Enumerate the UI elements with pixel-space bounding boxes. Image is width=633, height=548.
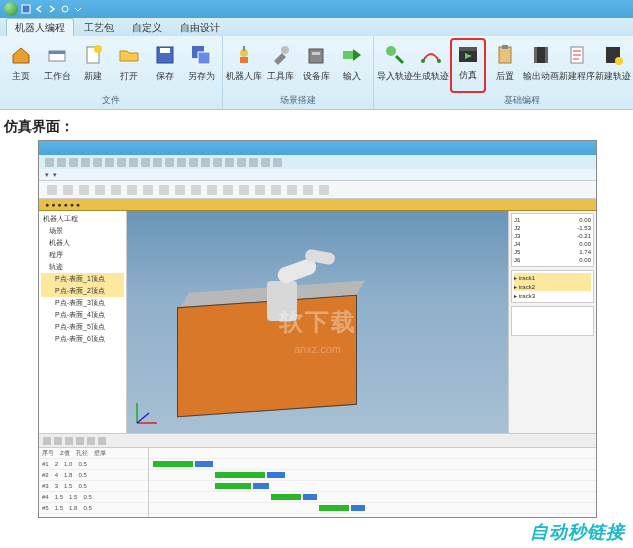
track-panel: ▸ track1 ▸ track2 ▸ track3	[511, 270, 594, 303]
clapperboard-icon	[454, 40, 482, 68]
svg-point-19	[437, 59, 441, 63]
ss-context-bar: ● ● ● ● ● ●	[39, 199, 596, 211]
generate-track-button[interactable]: 生成轨迹	[414, 38, 448, 93]
new-icon	[79, 41, 107, 69]
watermark-domain: anxz.com	[294, 343, 341, 355]
joint-panel: J10.00 J2-1.53 J3-0.21 J40.00 J51.74 J60…	[511, 213, 594, 267]
tree-node[interactable]: 轨迹	[41, 261, 124, 273]
play-icon[interactable]	[43, 437, 51, 445]
section-heading: 仿真界面：	[0, 110, 633, 140]
qat-save-icon[interactable]	[20, 4, 31, 15]
tab-robot-programming[interactable]: 机器人编程	[6, 18, 74, 36]
ss-tabs: ▾▾	[39, 169, 596, 181]
tree-node[interactable]: 程序	[41, 249, 124, 261]
qat-settings-icon[interactable]	[59, 4, 70, 15]
tree-leaf[interactable]: P点-表面_4顶点	[41, 309, 124, 321]
generate-track-icon	[417, 41, 445, 69]
new-track-button[interactable]: 新建轨迹	[596, 38, 630, 93]
svg-rect-22	[499, 47, 511, 63]
svg-rect-0	[22, 5, 30, 13]
viewport-3d[interactable]: 软下载 anxz.com	[127, 211, 508, 433]
ribbon-group-file: 主页 工作台 新建 打开 保存 另存为 文件	[0, 36, 223, 109]
home-icon	[7, 41, 35, 69]
svg-rect-3	[49, 51, 65, 54]
workbench-button[interactable]: 工作台	[40, 38, 74, 93]
input-arrow-icon	[338, 41, 366, 69]
table-header: 序号Z值孔径壁厚	[39, 448, 148, 459]
simulation-screenshot: ▾▾ ● ● ● ● ● ● 机器人工程 场景 机器人 程序 轨迹 P点-表面_…	[38, 140, 597, 518]
film-icon	[527, 41, 555, 69]
tool-library-button[interactable]: 工具库	[263, 38, 297, 93]
svg-point-13	[281, 46, 289, 54]
ribbon-group-basic: 导入轨迹 生成轨迹 仿真 后置 输出动画 新建程序 新建轨迹 编译 基础编程	[374, 36, 633, 109]
group-label-file: 文件	[4, 93, 218, 109]
stop-icon[interactable]	[65, 437, 73, 445]
table-row: #51.51.80.5	[39, 503, 148, 514]
svg-rect-9	[198, 52, 210, 64]
input-button[interactable]: 输入	[335, 38, 369, 93]
table-row: #41.51.50.5	[39, 492, 148, 503]
svg-rect-16	[343, 51, 353, 59]
svg-point-1	[62, 6, 68, 12]
device-library-button[interactable]: 设备库	[299, 38, 333, 93]
tree-leaf[interactable]: P点-表面_1顶点	[41, 273, 124, 285]
tab-custom[interactable]: 自定义	[124, 19, 170, 36]
timeline-table: 序号Z值孔径壁厚 #121.00.5 #241.80.5 #331.50.5 #…	[39, 448, 149, 518]
list-item[interactable]: ▸ track3	[514, 291, 591, 300]
timeline-panel: 序号Z值孔径壁厚 #121.00.5 #241.80.5 #331.50.5 #…	[39, 433, 596, 517]
table-row: #331.50.5	[39, 481, 148, 492]
svg-rect-14	[309, 49, 323, 63]
tree-leaf[interactable]: P点-表面_5顶点	[41, 321, 124, 333]
ss-ribbon	[39, 181, 596, 199]
home-button[interactable]: 主页	[4, 38, 38, 93]
svg-rect-21	[459, 47, 477, 51]
new-program-button[interactable]: 新建程序	[560, 38, 594, 93]
tree-leaf[interactable]: P点-表面_2顶点	[41, 285, 124, 297]
pause-icon[interactable]	[54, 437, 62, 445]
table-row: #121.00.5	[39, 459, 148, 470]
open-folder-icon	[115, 41, 143, 69]
postprocess-button[interactable]: 后置	[488, 38, 522, 93]
axis-triad-icon	[133, 397, 163, 427]
tree-node[interactable]: 机器人	[41, 237, 124, 249]
qat-dropdown-icon[interactable]	[72, 4, 83, 15]
robot-library-button[interactable]: 机器人库	[227, 38, 261, 93]
saveas-button[interactable]: 另存为	[184, 38, 218, 93]
footer-link[interactable]: 自动秒链接	[530, 520, 625, 544]
timeline-tracks[interactable]	[149, 448, 596, 518]
tree-leaf[interactable]: P点-表面_3顶点	[41, 297, 124, 309]
save-button[interactable]: 保存	[148, 38, 182, 93]
ribbon-group-scene: 机器人库 工具库 设备库 输入 场景搭建	[223, 36, 374, 109]
qat-redo-icon[interactable]	[46, 4, 57, 15]
tree-node[interactable]: 场景	[41, 225, 124, 237]
ss-titlebar	[39, 141, 596, 155]
svg-point-17	[386, 46, 396, 56]
svg-point-5	[94, 45, 102, 53]
ss-quick-access	[39, 155, 596, 169]
svg-point-18	[421, 59, 425, 63]
svg-rect-15	[312, 52, 320, 55]
list-item[interactable]: ▸ track1	[514, 273, 591, 282]
device-icon	[302, 41, 330, 69]
tab-process-package[interactable]: 工艺包	[76, 19, 122, 36]
tree-leaf[interactable]: P点-表面_6顶点	[41, 333, 124, 345]
list-item[interactable]: ▸ track2	[514, 282, 591, 291]
qat-undo-icon[interactable]	[33, 4, 44, 15]
watermark-text: 软下载	[279, 306, 357, 338]
import-track-button[interactable]: 导入轨迹	[378, 38, 412, 93]
ss-body: 机器人工程 场景 机器人 程序 轨迹 P点-表面_1顶点 P点-表面_2顶点 P…	[39, 211, 596, 433]
simulation-button[interactable]: 仿真	[450, 38, 486, 93]
open-button[interactable]: 打开	[112, 38, 146, 93]
scene-tree[interactable]: 机器人工程 场景 机器人 程序 轨迹 P点-表面_1顶点 P点-表面_2顶点 P…	[39, 211, 127, 433]
ribbon: 主页 工作台 新建 打开 保存 另存为 文件 机器人库 工具库 设备库 输入 场…	[0, 36, 633, 110]
output-animation-button[interactable]: 输出动画	[524, 38, 558, 93]
save-floppy-icon	[151, 41, 179, 69]
svg-rect-12	[243, 46, 245, 51]
tool-icon	[266, 41, 294, 69]
app-orb-icon[interactable]	[4, 2, 18, 16]
tree-root[interactable]: 机器人工程	[41, 213, 124, 225]
tab-free-design[interactable]: 自由设计	[172, 19, 228, 36]
tab-strip: 机器人编程 工艺包 自定义 自由设计	[0, 18, 633, 36]
new-button[interactable]: 新建	[76, 38, 110, 93]
svg-rect-10	[240, 57, 248, 63]
